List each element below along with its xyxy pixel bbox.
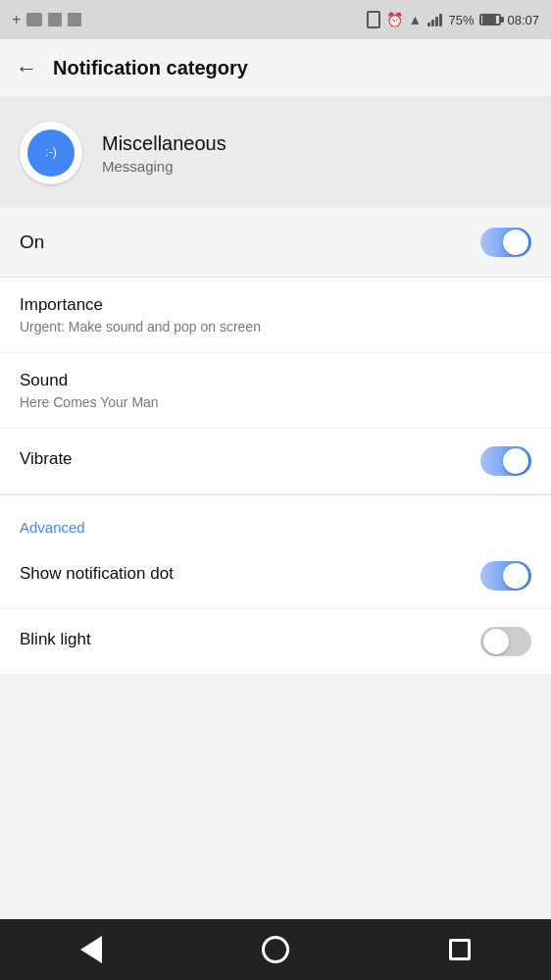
importance-label: Importance (20, 295, 531, 315)
svg-text::-): :-) (45, 145, 56, 159)
sound-label: Sound (20, 371, 531, 390)
image-icon (26, 13, 42, 26)
sound-item[interactable]: Sound Here Comes Your Man (0, 353, 551, 429)
wifi-icon: ▲ (409, 12, 423, 27)
time: 08:07 (507, 13, 539, 27)
back-nav-button[interactable] (80, 936, 102, 963)
app-icon: :-) (20, 122, 82, 184)
page-header: ← Notification category (0, 39, 551, 98)
back-button[interactable]: ← (16, 56, 37, 81)
battery-percent: 75% (448, 13, 474, 27)
importance-value: Urgent: Make sound and pop on screen (20, 319, 531, 335)
blink-light-label: Blink light (20, 630, 91, 649)
on-label: On (20, 232, 44, 253)
page-title: Notification category (53, 57, 248, 79)
vibrate-label: Vibrate (20, 449, 73, 469)
on-toggle[interactable] (480, 228, 531, 257)
vibrate-toggle-thumb (503, 448, 528, 474)
show-notification-dot-item: Show notification dot (0, 543, 551, 609)
app-icon-inner: :-) (27, 129, 75, 177)
status-bar: + ⏰ ▲ 75% 08:07 (0, 0, 551, 39)
vibrate-toggle[interactable] (480, 446, 531, 476)
sound-value: Here Comes Your Man (20, 394, 531, 410)
phone-icon (367, 11, 380, 28)
app-info-text: Miscellaneous Messaging (102, 132, 226, 175)
home-nav-icon (262, 936, 289, 963)
home-nav-button[interactable] (262, 936, 289, 963)
show-notification-dot-thumb (503, 563, 528, 589)
recents-nav-button[interactable] (449, 939, 471, 960)
battery-icon (479, 14, 501, 26)
status-bar-right-icons: ⏰ ▲ 75% 08:07 (367, 11, 539, 28)
alarm-icon: ⏰ (386, 12, 403, 27)
blink-light-thumb (483, 629, 509, 654)
recents-nav-icon (449, 939, 471, 960)
on-toggle-section: On (0, 208, 551, 278)
app-name: Miscellaneous (102, 132, 226, 155)
signal-bars-icon (427, 13, 442, 26)
add-icon: + (12, 11, 21, 28)
importance-item[interactable]: Importance Urgent: Make sound and pop on… (0, 278, 551, 353)
advanced-label[interactable]: Advanced (0, 503, 551, 543)
bottom-nav (0, 919, 551, 980)
message-icon: :-) (37, 139, 65, 167)
on-toggle-thumb (503, 230, 528, 255)
grid-icon (68, 13, 81, 26)
status-bar-left-icons: + (12, 11, 81, 28)
show-notification-dot-label: Show notification dot (20, 564, 174, 584)
chart-icon (48, 13, 62, 26)
advanced-section: Advanced Show notification dot Blink lig… (0, 495, 551, 675)
blink-light-item: Blink light (0, 609, 551, 675)
back-nav-icon (80, 936, 102, 963)
app-category: Messaging (102, 158, 226, 175)
show-notification-dot-toggle[interactable] (480, 561, 531, 591)
vibrate-item: Vibrate (0, 429, 551, 494)
app-info-section: :-) Miscellaneous Messaging (0, 98, 551, 208)
blink-light-toggle[interactable] (480, 627, 531, 656)
settings-section: Importance Urgent: Make sound and pop on… (0, 278, 551, 494)
